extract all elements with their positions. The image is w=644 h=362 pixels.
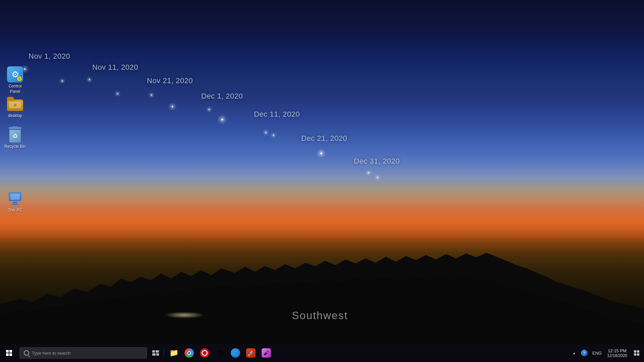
- date-label-dec31: Dec 31, 2020: [354, 157, 400, 166]
- date-label-dec1: Dec 1, 2020: [201, 92, 243, 101]
- desktop-icon-desktop-folder[interactable]: 🖥 desktop: [2, 93, 29, 121]
- svg-rect-7: [637, 353, 639, 356]
- tray-icons: ?: [578, 344, 590, 362]
- clock-date: 12/18/2020: [607, 353, 627, 358]
- taskbar-app-5[interactable]: 🌐: [228, 344, 243, 362]
- search-bar[interactable]: Type here to search: [19, 347, 147, 359]
- star-6: [209, 109, 210, 110]
- date-label-dec11: Dec 11, 2020: [254, 110, 300, 119]
- svg-rect-1: [156, 350, 159, 353]
- control-panel-icon-img: ⚙ !: [7, 66, 23, 82]
- city-lights: [164, 312, 205, 318]
- taskbar-apps: 📁 🛍 🌐 🚀 🖌: [165, 344, 275, 362]
- taskbar-app-file-explorer[interactable]: 📁: [166, 344, 181, 362]
- opera-icon: [200, 348, 209, 358]
- star-4: [151, 95, 152, 96]
- date-label-dec21: Dec 21, 2020: [301, 134, 347, 143]
- clock[interactable]: 12:15 PM 12/18/2020: [604, 344, 631, 362]
- date-label-nov21: Nov 21, 2020: [147, 76, 193, 85]
- taskbar-app-chrome[interactable]: [181, 344, 197, 362]
- search-placeholder: Type here to search: [32, 351, 143, 356]
- svg-rect-4: [634, 350, 636, 353]
- clock-time: 12:15 PM: [608, 348, 627, 353]
- svg-rect-2: [152, 353, 156, 356]
- taskbar-separator: [164, 349, 164, 357]
- star-12: [377, 177, 378, 178]
- system-tray: ▲ ? ENG 12:15 PM 12/18/2020: [570, 344, 644, 362]
- taskbar-app-6[interactable]: 🚀: [243, 344, 259, 362]
- file-explorer-icon: 📁: [169, 348, 178, 358]
- chrome-icon: [184, 348, 194, 358]
- notification-icon: [634, 350, 639, 356]
- star-10: [320, 153, 322, 154]
- desktop-folder-label: desktop: [8, 113, 22, 119]
- windows-logo: [6, 350, 12, 356]
- notification-button[interactable]: [631, 344, 643, 362]
- desktop-icon-this-pc[interactable]: This PC: [2, 188, 29, 216]
- store-icon: 🛍: [215, 348, 225, 358]
- mountain-silhouette: [0, 237, 644, 344]
- tray-chevron[interactable]: ▲: [570, 344, 578, 362]
- star-8: [265, 132, 266, 133]
- star-2: [89, 79, 90, 80]
- star-11: [368, 172, 369, 173]
- svg-rect-0: [152, 350, 155, 353]
- recycle-bin-icon-img: ♻: [7, 127, 23, 143]
- star-1: [62, 80, 63, 81]
- star-5: [172, 106, 173, 107]
- svg-rect-5: [637, 350, 639, 353]
- direction-label: Southwest: [292, 309, 348, 322]
- svg-rect-3: [156, 353, 159, 356]
- star-9: [273, 135, 274, 136]
- app6-icon: 🚀: [246, 348, 256, 358]
- this-pc-icon-img: [7, 190, 23, 206]
- search-icon: [24, 350, 29, 356]
- language-indicator[interactable]: ENG: [590, 344, 604, 362]
- date-label-nov11: Nov 11, 2020: [92, 63, 138, 72]
- taskbar-app-7[interactable]: 🖌: [259, 344, 274, 362]
- language-label: ENG: [592, 351, 602, 356]
- app5-icon: 🌐: [231, 348, 240, 358]
- date-label-nov1: Nov 1, 2020: [29, 52, 70, 61]
- star-3: [117, 93, 118, 94]
- task-view-icon: [152, 350, 159, 356]
- task-view-button[interactable]: [148, 344, 163, 362]
- tray-icon-help[interactable]: ?: [580, 344, 589, 362]
- this-pc-label: This PC: [8, 208, 22, 213]
- taskbar-app-store[interactable]: 🛍: [212, 344, 228, 362]
- desktop-icon-control-panel[interactable]: ⚙ ! Control Panel: [2, 64, 29, 97]
- taskbar: Type here to search 📁: [0, 344, 644, 362]
- desktop-icon-recycle-bin[interactable]: ♻ Recycle Bin: [2, 124, 29, 152]
- svg-rect-6: [634, 353, 636, 356]
- app7-icon: 🖌: [262, 348, 271, 358]
- star-7: [221, 119, 223, 120]
- taskbar-app-opera[interactable]: [197, 344, 212, 362]
- desktop-folder-icon-img: 🖥: [7, 96, 23, 112]
- recycle-bin-label: Recycle Bin: [4, 144, 25, 149]
- control-panel-label: Control Panel: [3, 84, 27, 94]
- start-button[interactable]: [0, 344, 18, 362]
